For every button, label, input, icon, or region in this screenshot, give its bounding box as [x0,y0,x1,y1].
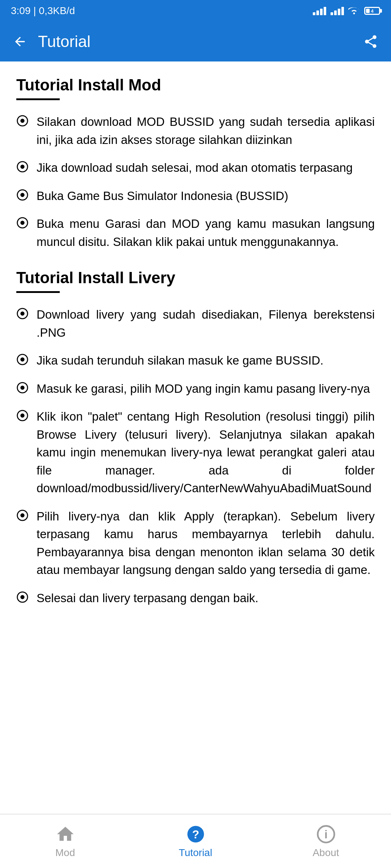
app-bar-left: Tutorial [13,33,91,51]
bottom-nav: Mod ? Tutorial i About [0,814,391,868]
list-item: Buka Game Bus Simulator Indonesia (BUSSI… [16,187,375,205]
bullet-icon [16,217,29,229]
app-bar-title: Tutorial [38,33,91,51]
bullet-text: Klik ikon "palet" centang High Resolutio… [37,408,375,497]
section2-divider [16,291,60,293]
list-item: Jika download sudah selesai, mod akan ot… [16,159,375,177]
signal-bars-1 [313,7,326,15]
nav-label-mod: Mod [55,847,75,859]
bullet-icon [16,189,29,201]
nav-label-tutorial: Tutorial [179,847,212,859]
svg-point-11 [20,357,24,361]
svg-point-9 [20,311,24,315]
status-time: 3:09 | 0,3KB/d [11,5,75,17]
bullet-icon [16,509,29,522]
bullet-text: Download livery yang sudah disediakan, F… [37,306,375,341]
svg-point-3 [20,165,24,169]
bullet-text: Pilih livery-nya dan klik Apply (terapka… [37,507,375,579]
bullet-text: Selesai dan livery terpasang dengan baik… [37,589,375,607]
svg-point-5 [20,193,24,197]
nav-item-about[interactable]: i About [261,824,391,859]
list-item: Jika sudah terunduh silakan masuk ke gam… [16,352,375,370]
list-item: Pilih livery-nya dan klik Apply (terapka… [16,507,375,579]
wifi-icon [348,5,360,17]
svg-point-7 [20,221,24,225]
help-icon: ? [186,824,206,844]
list-item: Masuk ke garasi, pilih MOD yang ingin ka… [16,380,375,398]
share-button[interactable] [363,34,378,49]
bullet-icon [16,353,29,366]
bullet-text: Silakan download MOD BUSSID yang sudah t… [37,113,375,149]
status-bar: 3:09 | 0,3KB/d 4 [0,0,391,22]
status-icons: 4 [313,5,380,17]
bullet-icon [16,161,29,173]
bullet-icon [16,382,29,394]
app-bar: Tutorial [0,22,391,61]
bullet-icon [16,307,29,320]
bullet-icon [16,591,29,603]
bullet-text: Buka menu Garasi dan MOD yang kamu masuk… [37,215,375,251]
svg-text:i: i [324,827,328,841]
bullet-icon [16,409,29,422]
list-item: Silakan download MOD BUSSID yang sudah t… [16,113,375,149]
share-icon [363,34,378,49]
nav-label-about: About [312,847,339,859]
list-item: Klik ikon "palet" centang High Resolutio… [16,408,375,497]
section1-title: Tutorial Install Mod [16,76,375,94]
section2-list: Download livery yang sudah disediakan, F… [16,306,375,607]
svg-text:?: ? [192,827,199,841]
back-button[interactable] [13,34,27,49]
svg-point-13 [20,386,24,390]
nav-item-tutorial[interactable]: ? Tutorial [130,824,261,859]
list-item: Selesai dan livery terpasang dengan baik… [16,589,375,607]
signal-bars-2 [331,7,344,15]
home-icon [55,824,75,844]
section1-list: Silakan download MOD BUSSID yang sudah t… [16,113,375,251]
section2-title: Tutorial Install Livery [16,269,375,287]
bullet-text: Jika sudah terunduh silakan masuk ke gam… [37,352,375,370]
bullet-text: Masuk ke garasi, pilih MOD yang ingin ka… [37,380,375,398]
svg-point-15 [20,413,24,417]
bullet-text: Buka Game Bus Simulator Indonesia (BUSSI… [37,187,375,205]
main-content: Tutorial Install Mod Silakan download MO… [0,61,391,639]
list-item: Buka menu Garasi dan MOD yang kamu masuk… [16,215,375,251]
info-icon: i [316,824,336,844]
section1-divider [16,98,60,100]
svg-point-17 [20,513,24,517]
battery-level: 4 [371,8,373,14]
svg-point-19 [20,595,24,599]
battery-icon: 4 [364,7,380,15]
back-arrow-icon [13,34,27,49]
list-item: Download livery yang sudah disediakan, F… [16,306,375,341]
bullet-icon [16,115,29,127]
nav-item-mod[interactable]: Mod [0,824,130,859]
bullet-text: Jika download sudah selesai, mod akan ot… [37,159,375,177]
svg-point-1 [20,119,24,123]
